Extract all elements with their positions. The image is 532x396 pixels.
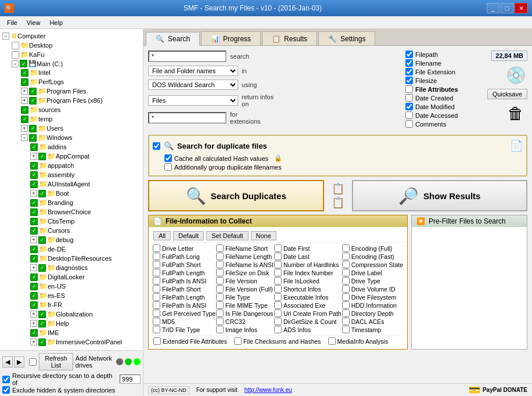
support-link[interactable]: http://www.funk.eu [245,387,292,393]
tree-item-sources[interactable]: ✓ 📁 sources [2,105,141,114]
tree-toggle[interactable]: + [30,153,37,160]
dup-cache-checkbox[interactable] [164,154,172,162]
tab-settings[interactable]: 🔧 Settings [318,31,375,45]
maximize-button[interactable]: □ [501,3,513,13]
check-dacl-aces[interactable] [342,318,350,325]
check-drive-letter[interactable] [153,244,160,252]
none-button[interactable]: None [251,231,276,240]
check-shortcut-infos[interactable] [274,285,282,293]
check-hdd-info[interactable] [342,301,350,309]
check-fullpath-length[interactable] [153,269,160,276]
check-image-infos[interactable] [216,326,224,333]
tree-check-green[interactable]: ✓ [21,116,28,123]
tree-toggle[interactable]: − [12,60,19,67]
tree-check-green[interactable]: ✓ [29,134,37,142]
check-date-last[interactable] [274,253,282,260]
list-item[interactable]: ✓📁Cursors [2,226,141,235]
file-info-header[interactable]: 📄 File-Information to Collect [149,215,407,227]
check-encoding-full[interactable] [342,244,350,252]
tree-item-temp[interactable]: ✓ 📁 temp [2,114,141,124]
tree-nav-forward[interactable]: ▶ [14,357,24,368]
tree-toggle[interactable]: + [21,97,28,104]
list-item[interactable]: ✓📁DigitalLocker [2,272,141,282]
comments-checkbox[interactable] [405,120,413,128]
tree-toggle[interactable]: + [21,88,28,95]
tab-results[interactable]: 📋 Results [262,31,317,45]
tree-check[interactable]: ✓ [38,153,46,160]
search-duplicates-button[interactable]: 🔍 Search Duplicates [148,180,323,211]
check-url-create[interactable] [274,309,282,317]
check-associated-exe[interactable] [274,301,282,309]
list-item[interactable]: ✓📁es-ES [2,291,141,300]
check-file-type[interactable] [216,293,224,301]
check-filepath-ansi[interactable] [153,301,160,309]
tree-check[interactable]: ✓ [38,320,46,327]
check-filename-ansi[interactable] [216,261,224,268]
tree-item-users[interactable]: + ✓ 📁 Users [2,124,141,133]
check-encoding-fast[interactable] [342,253,350,260]
tree-toggle[interactable]: + [30,190,37,197]
tree-item-main-c[interactable]: − ✓ 💾 Main (C:) [2,59,141,68]
check-file-islocked[interactable] [274,277,282,285]
tree-check[interactable]: ✓ [30,171,38,179]
date-modified-checkbox[interactable] [405,103,413,110]
dup-main-checkbox[interactable] [153,142,160,150]
list-item[interactable]: +✓📁ImmersiveControlPanel [2,337,141,347]
check-timestamp[interactable] [342,326,350,333]
check-fullpath-short[interactable] [153,261,160,268]
tree-check-green[interactable]: ✓ [29,88,37,95]
default-button[interactable]: Default [173,231,204,240]
list-item[interactable]: ✓📁assembly [2,170,141,179]
list-item[interactable]: ✓📁IME [2,328,141,337]
tree-toggle[interactable]: + [30,264,37,271]
check-dir-depth[interactable] [342,309,350,317]
check-filepath-length[interactable] [153,293,160,301]
list-item[interactable]: ✓📁DesktopTileResources [2,254,141,263]
check-filesize-disk[interactable] [216,269,224,276]
check-drive-filesystem[interactable] [342,293,350,301]
check-drive-volume[interactable] [342,285,350,293]
extension-checkbox[interactable] [405,68,413,75]
tree-check[interactable]: ✓ [38,190,46,197]
tree-toggle[interactable]: − [21,134,28,141]
tree-check[interactable]: ✓ [30,246,38,253]
tree-check-green[interactable]: ✓ [20,60,27,67]
check-fullpath-long[interactable] [153,253,160,260]
tree-item-windows[interactable]: − ✓ 📁 Windows [2,133,141,142]
tree-toggle[interactable]: + [30,311,37,318]
minimize-button[interactable]: _ [487,3,499,13]
tree-check[interactable]: ✓ [30,143,38,151]
dup-group-checkbox[interactable] [164,163,172,171]
tree-check[interactable]: ✓ [30,292,38,300]
set-default-button[interactable]: Set Default [206,231,248,240]
check-checksums[interactable] [234,337,242,345]
check-date-first[interactable] [274,244,282,252]
tree-toggle[interactable]: + [30,339,37,345]
in-type-select[interactable]: File and Folder names File names only Fo… [148,66,238,76]
tree-check[interactable]: ✓ [38,236,46,244]
list-item[interactable]: ✓📁CbsTemp [2,217,141,226]
check-crc32[interactable] [216,318,224,325]
list-item[interactable]: ✓📁BrowserChoice [2,207,141,217]
filename-checkbox[interactable] [405,59,413,67]
tree-check[interactable]: ✓ [30,273,38,281]
tree-check[interactable]: ✓ [38,264,46,272]
check-is-dangerous[interactable] [216,309,224,317]
check-dirgetsize[interactable] [274,318,282,325]
check-drive-label[interactable] [342,269,350,276]
check-num-hardlinks[interactable] [274,261,282,268]
tree-check[interactable]: ✓ [30,218,38,225]
check-fullpath-ansi[interactable] [153,277,160,285]
check-filename-length[interactable] [216,253,224,260]
tree-check[interactable] [12,42,19,49]
check-md5[interactable] [153,318,160,325]
list-item[interactable]: +✓📁Help [2,319,141,328]
using-select[interactable]: DOS Wildcard Search Regular Expression [148,80,238,90]
date-created-checkbox[interactable] [405,94,413,102]
tab-progress[interactable]: 📊 Progress [201,31,261,45]
list-item[interactable]: ✓📁AUInstallAgent [2,179,141,189]
check-filename-short[interactable] [216,244,224,252]
tree-toggle[interactable]: + [30,320,37,327]
search-query-input[interactable] [148,51,227,62]
exclude-checkbox[interactable] [2,386,10,394]
